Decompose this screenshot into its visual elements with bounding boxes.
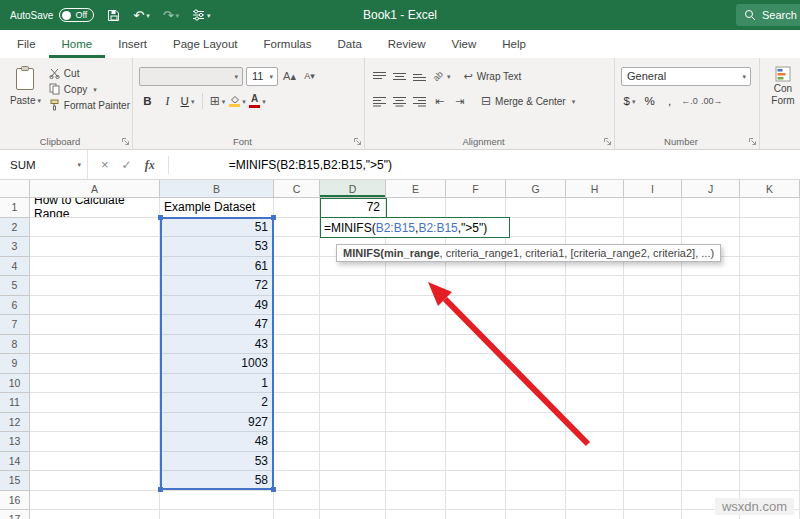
format-painter-button[interactable]: Format Painter: [49, 99, 130, 111]
row-header-15[interactable]: 15: [0, 471, 30, 491]
cell-a6[interactable]: [30, 296, 160, 316]
cell-c1[interactable]: [274, 198, 320, 218]
cell-k15[interactable]: [740, 471, 800, 491]
cell-i6[interactable]: [624, 296, 682, 316]
cell-a10[interactable]: [30, 374, 160, 394]
borders-button[interactable]: ⊞▾: [209, 92, 226, 110]
enter-button[interactable]: ✓: [122, 159, 132, 171]
cell-c15[interactable]: [274, 471, 320, 491]
percent-style-button[interactable]: %: [641, 92, 658, 110]
cell-k12[interactable]: [740, 413, 800, 433]
cell-j1[interactable]: [682, 198, 740, 218]
align-top-button[interactable]: [371, 67, 388, 85]
cell-b11[interactable]: 2: [160, 393, 274, 413]
decrease-font-size-button[interactable]: A▾: [301, 67, 318, 85]
cell-k5[interactable]: [740, 276, 800, 296]
align-right-button[interactable]: [411, 92, 428, 110]
cell-f14[interactable]: [446, 452, 506, 472]
tab-file[interactable]: File: [4, 30, 49, 58]
cell-h11[interactable]: [566, 393, 624, 413]
number-format-combo[interactable]: General▾: [621, 67, 751, 86]
cell-d12[interactable]: [320, 413, 386, 433]
increase-decimal-button[interactable]: ←.0: [681, 92, 698, 110]
number-dialog-launcher[interactable]: [748, 137, 757, 146]
cell-b6[interactable]: 49: [160, 296, 274, 316]
tab-home[interactable]: Home: [49, 30, 106, 58]
cell-a16[interactable]: [30, 491, 160, 511]
conditional-formatting-button[interactable]: Con Form: [760, 58, 800, 106]
tab-insert[interactable]: Insert: [105, 30, 160, 58]
cell-k6[interactable]: [740, 296, 800, 316]
bold-button[interactable]: B: [139, 92, 156, 110]
cell-d17[interactable]: [320, 510, 386, 519]
insert-function-button[interactable]: fx: [145, 159, 155, 171]
cell-j5[interactable]: [682, 276, 740, 296]
cell-f8[interactable]: [446, 335, 506, 355]
column-header-i[interactable]: I: [624, 180, 682, 198]
cell-e14[interactable]: [386, 452, 446, 472]
cell-i17[interactable]: [624, 510, 682, 519]
select-all-button[interactable]: [0, 180, 30, 198]
cell-c11[interactable]: [274, 393, 320, 413]
align-center-button[interactable]: [391, 92, 408, 110]
cell-d16[interactable]: [320, 491, 386, 511]
row-header-3[interactable]: 3: [0, 237, 30, 257]
cell-d1[interactable]: 72: [320, 198, 386, 218]
cell-h16[interactable]: [566, 491, 624, 511]
column-header-a[interactable]: A: [30, 180, 160, 198]
cell-b9[interactable]: 1003: [160, 354, 274, 374]
cell-i7[interactable]: [624, 315, 682, 335]
underline-button[interactable]: U▾: [179, 92, 196, 110]
cell-j13[interactable]: [682, 432, 740, 452]
cell-b4[interactable]: 61: [160, 257, 274, 277]
cell-i2[interactable]: [624, 218, 682, 238]
row-header-13[interactable]: 13: [0, 432, 30, 452]
redo-button[interactable]: ↷▾: [163, 8, 179, 23]
cell-a2[interactable]: [30, 218, 160, 238]
cell-g6[interactable]: [506, 296, 566, 316]
cell-h8[interactable]: [566, 335, 624, 355]
cell-c8[interactable]: [274, 335, 320, 355]
column-header-g[interactable]: G: [506, 180, 566, 198]
cell-k10[interactable]: [740, 374, 800, 394]
cell-g1[interactable]: [506, 198, 566, 218]
cell-f16[interactable]: [446, 491, 506, 511]
autosave-toggle[interactable]: Off: [59, 8, 94, 22]
cell-i9[interactable]: [624, 354, 682, 374]
row-header-5[interactable]: 5: [0, 276, 30, 296]
cell-j10[interactable]: [682, 374, 740, 394]
cell-b1[interactable]: Example Dataset: [160, 198, 274, 218]
cell-f10[interactable]: [446, 374, 506, 394]
cell-b5[interactable]: 72: [160, 276, 274, 296]
cell-k2[interactable]: [740, 218, 800, 238]
cell-i16[interactable]: [624, 491, 682, 511]
cell-g16[interactable]: [506, 491, 566, 511]
cell-i8[interactable]: [624, 335, 682, 355]
wrap-text-button[interactable]: ↩ Wrap Text: [464, 71, 522, 82]
cell-h12[interactable]: [566, 413, 624, 433]
cell-j14[interactable]: [682, 452, 740, 472]
row-header-14[interactable]: 14: [0, 452, 30, 472]
cell-c2[interactable]: [274, 218, 320, 238]
cell-h7[interactable]: [566, 315, 624, 335]
cell-e16[interactable]: [386, 491, 446, 511]
cell-g13[interactable]: [506, 432, 566, 452]
cell-e9[interactable]: [386, 354, 446, 374]
cell-d7[interactable]: [320, 315, 386, 335]
cell-k4[interactable]: [740, 257, 800, 277]
row-header-4[interactable]: 4: [0, 257, 30, 277]
column-header-d[interactable]: D: [320, 180, 386, 198]
font-color-button[interactable]: A ▾: [249, 92, 266, 110]
cell-a7[interactable]: [30, 315, 160, 335]
cell-g11[interactable]: [506, 393, 566, 413]
cell-b16[interactable]: [160, 491, 274, 511]
cell-e6[interactable]: [386, 296, 446, 316]
cell-c14[interactable]: [274, 452, 320, 472]
row-header-8[interactable]: 8: [0, 335, 30, 355]
alignment-dialog-launcher[interactable]: [603, 137, 612, 146]
cell-b3[interactable]: 53: [160, 237, 274, 257]
cell-h14[interactable]: [566, 452, 624, 472]
tab-formulas[interactable]: Formulas: [251, 30, 325, 58]
cell-g8[interactable]: [506, 335, 566, 355]
comma-style-button[interactable]: ,: [661, 92, 678, 110]
